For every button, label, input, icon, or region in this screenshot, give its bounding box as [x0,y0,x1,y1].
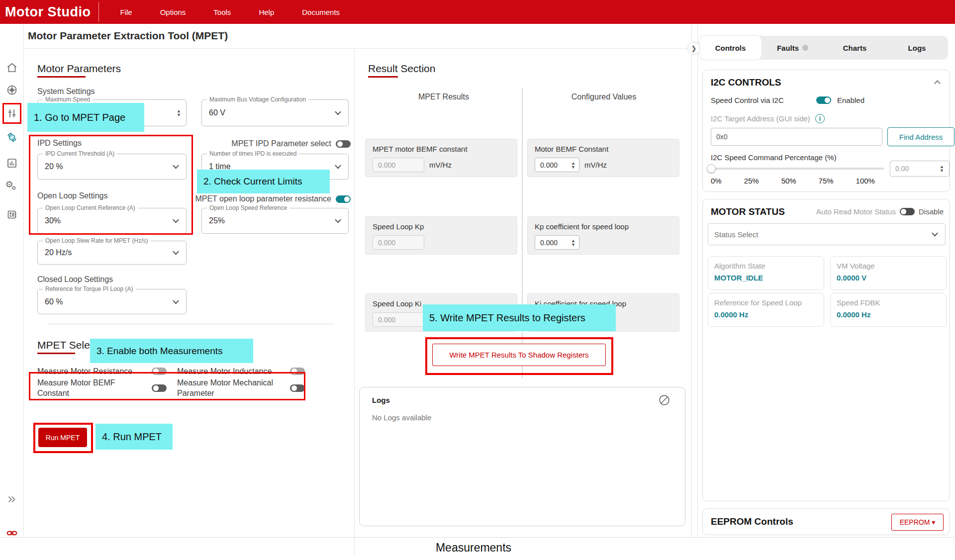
column-divider [354,50,355,555]
chip-registers-icon[interactable] [6,209,18,223]
find-address-button[interactable]: Find Address [887,127,955,146]
config-bemf-input[interactable] [535,158,564,172]
configured-values-column-header: Configured Values [527,93,680,101]
config-card-bemf: Motor BEMF Constant ▲▼ mV/Hz [527,139,679,177]
config-kp-input[interactable] [535,236,564,249]
number-spinner[interactable]: ▲▼ [940,165,944,173]
torque-pi-select[interactable]: Reference for Torque PI Loop (A) 60 % [37,289,187,314]
speed-pct-slider-knob[interactable] [707,164,716,173]
info-icon[interactable]: i [815,114,825,123]
chevron-down-icon [335,217,341,223]
left-sidebar: ⚙⚙ [0,24,24,537]
result-section-underline [368,76,398,78]
status-select-dropdown[interactable]: Status Select [708,223,946,245]
motor-parameters-underline [37,76,86,78]
measure-mechanical-toggle[interactable] [290,384,305,392]
motor-status-title: MOTOR STATUS [711,206,785,217]
right-panel-tabs: Controls Faults Charts Logs [699,36,948,60]
speed-pct-label: I2C Speed Command Percentage (%) [711,153,837,162]
collapse-panel-button[interactable]: ❯ [687,42,700,55]
number-spinner[interactable]: ▲▼ [571,161,575,169]
callout-step4: 4. Run MPET [96,424,173,450]
chevron-down-icon [932,230,938,237]
write-shadow-registers-button[interactable]: Write MPET Results To Shadow Registers [432,344,606,366]
maximum-speed-spinner[interactable]: ▲▼ [177,109,181,117]
menu-documents[interactable]: Documents [302,8,340,16]
measure-bemf-toggle[interactable] [152,384,167,392]
speed-pct-input[interactable] [890,161,935,176]
mpet-ipd-param-select-toggle[interactable] [336,140,351,148]
speed-control-state: Enabled [837,96,864,104]
result-section-heading: Result Section [368,63,435,75]
link-chain-icon[interactable] [6,527,18,541]
run-mpet-button[interactable]: Run MPET [38,428,87,447]
chevron-down-icon [335,163,341,169]
tab-controls[interactable]: Controls [699,36,762,60]
speed-loop-ki-input [373,312,424,327]
expand-sidebar-icon[interactable] [6,494,17,507]
faults-status-dot [802,45,808,51]
open-loop-speed-select[interactable]: Open Loop Speed Reference 25% [201,208,349,234]
measure-mechanical-item: Measure Motor Mechanical Parameter [177,376,305,400]
measure-bemf-item: Measure Motor BEMF Constant [37,376,167,400]
app-bottom-edge [0,537,955,538]
target-address-row: I2C Target Address (GUI side) i [711,114,825,123]
motor-studio-app: Motor Studio File Options Tools Help Doc… [0,0,955,560]
status-card-algorithm-state: Algorithm State MOTOR_IDLE [708,256,824,290]
measure-inductance-toggle[interactable] [290,368,305,375]
home-icon[interactable] [6,62,18,76]
slider-tick-labels: 0% 25% 50% 75% 100% [711,177,875,185]
open-loop-resistance-row: MPET open loop parameter resistance [152,194,351,203]
i2c-address-input-box [711,128,882,146]
speed-control-row: Speed Control via I2C Enabled [711,96,864,104]
tab-charts[interactable]: Charts [824,36,886,60]
mpet-page-icon[interactable] [6,131,18,145]
measure-resistance-item: Measure Motor Resistance [37,366,167,376]
open-loop-current-select[interactable]: Open Loop Current Reference (A) 30% [37,208,187,234]
settings-gears-icon[interactable]: ⚙⚙ [5,179,18,190]
menu-tools[interactable]: Tools [213,8,231,16]
main-right-edge [691,24,692,537]
logs-title: Logs [372,396,390,404]
mpet-results-column-header: MPET Results [367,93,520,101]
i2c-controls-card: I2C CONTROLS Speed Control via I2C Enabl… [702,70,950,192]
number-spinner[interactable]: ▲▼ [571,239,575,247]
eeprom-dropdown-button[interactable]: EEPROM ▾ [891,514,944,531]
open-loop-slew-select[interactable]: Open Loop Slew Rate for MPET (Hz/s) 20 H… [37,241,187,265]
tune-sliders-icon[interactable] [6,107,18,121]
title-divider [24,48,691,49]
status-card-speed-fdbk: Speed FDBK 0.0000 Hz [830,293,947,327]
charts-board-icon[interactable] [6,157,18,171]
speed-loop-kp-input [373,235,424,250]
motor-parameters-heading: Motor Parameters [37,63,121,75]
i2c-controls-title: I2C CONTROLS [711,77,781,88]
target-address-label: I2C Target Address (GUI side) [711,114,810,123]
bus-voltage-select[interactable]: Maximum Bus Voltage Configuration 60 V [201,99,349,126]
motor-status-card: MOTOR STATUS Auto Read Motor Status Disa… [702,199,950,501]
open-loop-resistance-toggle[interactable] [336,195,351,203]
ipd-settings-label: IPD Settings [37,139,82,148]
closed-loop-settings-label: Closed Loop Settings [37,275,113,284]
tab-logs[interactable]: Logs [886,36,948,60]
main-content: Motor Parameter Extraction Tool (MPET) M… [24,24,691,537]
speed-pct-slider-track[interactable] [711,168,884,170]
system-settings-label: System Settings [37,87,95,96]
clear-logs-icon[interactable] [659,394,670,408]
speed-control-toggle[interactable] [816,96,831,104]
measure-resistance-toggle[interactable] [152,368,167,375]
auto-read-toggle[interactable] [900,208,915,215]
chevron-down-icon [173,249,179,255]
auto-read-row: Auto Read Motor Status Disable [816,207,944,216]
logs-panel: Logs No Logs available [359,387,685,526]
i2c-address-input[interactable] [711,128,868,145]
menu-help[interactable]: Help [259,8,274,16]
collapse-section-icon[interactable] [934,80,941,87]
chevron-down-icon [173,163,179,169]
menu-file[interactable]: File [120,8,132,16]
tab-faults[interactable]: Faults [762,36,824,60]
motor-wheel-icon[interactable] [6,84,18,98]
callout-step1: 1. Go to MPET Page [27,103,144,132]
menu-options[interactable]: Options [160,8,186,16]
chevron-down-icon [173,217,179,223]
ipd-current-threshold-select[interactable]: IPD Current Threshold (A) 20 % [37,154,187,180]
